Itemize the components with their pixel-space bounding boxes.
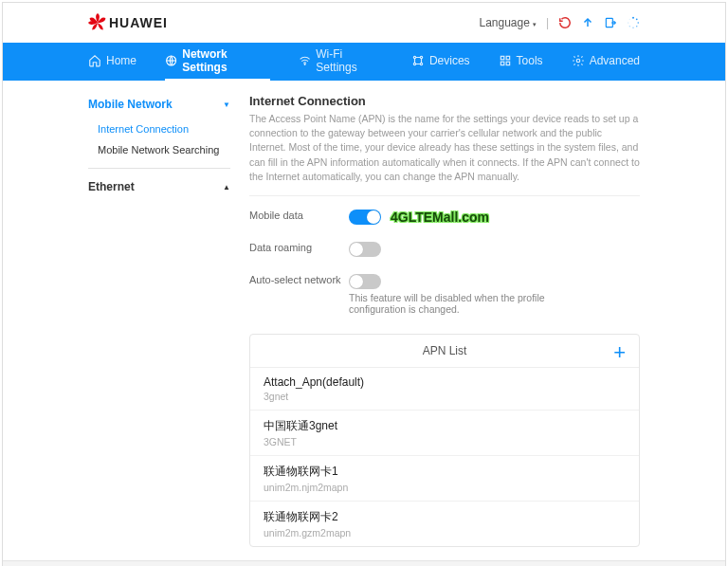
brand-logo: HUAWEI bbox=[88, 13, 168, 32]
svg-point-11 bbox=[413, 56, 415, 58]
apn-sub: unim2m.gzm2mapn bbox=[264, 527, 626, 539]
page-title: Internet Connection bbox=[249, 94, 640, 108]
data-roaming-label: Data roaming bbox=[249, 242, 349, 253]
loading-icon bbox=[627, 16, 640, 29]
auto-select-network-label: Auto-select network bbox=[249, 274, 349, 285]
apn-row[interactable]: 联通物联网卡2 unim2m.gzm2mapn bbox=[250, 502, 639, 546]
nav-advanced[interactable]: Advanced bbox=[572, 43, 640, 81]
apn-name: 联通物联网卡1 bbox=[264, 464, 626, 480]
update-icon[interactable] bbox=[581, 16, 594, 29]
watermark: 4GLTEMall.com bbox=[391, 210, 489, 225]
svg-point-5 bbox=[632, 27, 633, 28]
apn-row[interactable]: 中国联通3gnet 3GNET bbox=[250, 411, 639, 456]
sidebar-group-mobile-network[interactable]: Mobile Network ▼ bbox=[88, 94, 230, 115]
svg-rect-16 bbox=[506, 56, 510, 60]
svg-rect-15 bbox=[500, 56, 504, 60]
tools-icon bbox=[499, 54, 512, 67]
sidebar-item-mobile-network-searching[interactable]: Mobile Network Searching bbox=[98, 139, 230, 160]
svg-point-13 bbox=[413, 63, 415, 64]
apn-list: APN List + Attach_Apn(default) 3gnet 中国联… bbox=[249, 334, 640, 547]
apn-list-title: APN List bbox=[423, 344, 467, 357]
nav-wifi-settings[interactable]: Wi-Fi Settings bbox=[299, 43, 383, 81]
gear-icon bbox=[572, 54, 585, 67]
svg-point-4 bbox=[636, 26, 638, 27]
mobile-data-label: Mobile data bbox=[249, 210, 349, 221]
apn-name: Attach_Apn(default) bbox=[264, 375, 626, 389]
footer: Huawei Privacy Notice| Huawei Privacy Po… bbox=[3, 560, 725, 566]
svg-rect-18 bbox=[506, 62, 510, 65]
divider: | bbox=[546, 16, 549, 29]
chevron-down-icon: ▼ bbox=[223, 100, 230, 109]
svg-point-3 bbox=[637, 22, 639, 24]
nav-home[interactable]: Home bbox=[88, 43, 136, 81]
apn-name: 中国联通3gnet bbox=[264, 418, 626, 434]
apn-name: 联通物联网卡2 bbox=[264, 509, 626, 525]
home-icon bbox=[88, 54, 101, 67]
huawei-icon bbox=[88, 13, 107, 32]
refresh-icon[interactable] bbox=[558, 16, 572, 29]
apn-sub: 3gnet bbox=[264, 391, 626, 402]
svg-point-6 bbox=[629, 26, 630, 27]
data-roaming-toggle[interactable] bbox=[349, 242, 381, 257]
divider bbox=[88, 168, 230, 169]
nav-network-settings[interactable]: Network Settings bbox=[165, 43, 270, 81]
svg-point-2 bbox=[636, 18, 638, 20]
brand-text: HUAWEI bbox=[109, 15, 168, 30]
svg-point-19 bbox=[576, 59, 580, 63]
svg-point-12 bbox=[420, 56, 422, 58]
chevron-up-icon: ▲ bbox=[223, 183, 230, 192]
wifi-icon bbox=[299, 54, 311, 67]
apn-sub: 3GNET bbox=[264, 436, 626, 447]
logout-icon[interactable] bbox=[604, 16, 617, 29]
svg-point-8 bbox=[629, 19, 630, 20]
globe-icon bbox=[165, 54, 177, 67]
sidebar-item-internet-connection[interactable]: Internet Connection bbox=[98, 119, 230, 139]
svg-point-1 bbox=[632, 17, 634, 19]
svg-rect-17 bbox=[500, 62, 504, 65]
auto-select-note: This feature will be disabled when the p… bbox=[349, 292, 557, 315]
svg-point-14 bbox=[420, 63, 422, 64]
apn-row[interactable]: 联通物联网卡1 unim2m.njm2mapn bbox=[250, 456, 639, 502]
language-selector[interactable]: Language▾ bbox=[479, 16, 536, 29]
mobile-data-toggle[interactable] bbox=[349, 210, 381, 225]
apn-row[interactable]: Attach_Apn(default) 3gnet bbox=[250, 368, 639, 411]
apn-sub: unim2m.njm2mapn bbox=[264, 482, 626, 493]
nav-tools[interactable]: Tools bbox=[499, 43, 543, 81]
sidebar-group-ethernet[interactable]: Ethernet ▲ bbox=[88, 176, 230, 197]
page-description: The Access Point Name (APN) is the name … bbox=[249, 112, 640, 196]
apn-add-button[interactable]: + bbox=[613, 342, 626, 363]
svg-point-10 bbox=[304, 64, 305, 64]
nav-devices[interactable]: Devices bbox=[411, 43, 470, 81]
auto-select-network-toggle[interactable] bbox=[349, 274, 381, 289]
svg-point-7 bbox=[628, 22, 628, 23]
devices-icon bbox=[411, 54, 425, 67]
